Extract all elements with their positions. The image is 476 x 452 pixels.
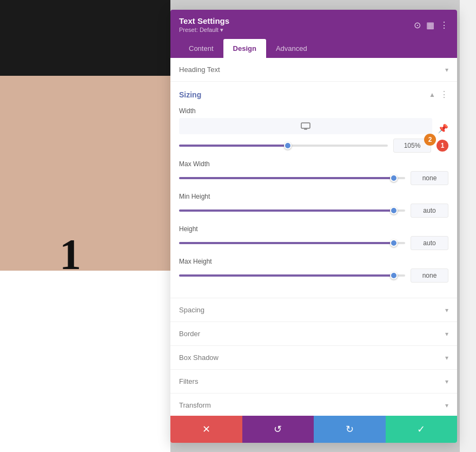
tab-advanced[interactable]: Advanced: [266, 39, 317, 58]
panel-title: Text Settings: [179, 16, 229, 25]
max-width-slider-track: [179, 177, 405, 179]
panel-preset: Preset: Default ▾: [179, 27, 229, 34]
settings-panel: Text Settings Preset: Default ▾ ⊙ ▦ ⋮ Co…: [170, 10, 457, 443]
width-value[interactable]: 105% 2: [393, 139, 431, 153]
min-height-slider-thumb[interactable]: [390, 207, 398, 214]
min-height-slider-fill: [179, 209, 394, 212]
sizing-collapse-icon[interactable]: ▲: [429, 91, 435, 99]
tan-area: [0, 76, 170, 271]
max-height-slider-row: none: [179, 268, 448, 283]
height-slider-wrapper: [179, 238, 405, 248]
filters-label: Filters: [179, 377, 198, 385]
border-label: Border: [179, 330, 200, 338]
width-device-row: 📌: [179, 118, 448, 139]
max-width-slider-wrapper: [179, 173, 405, 184]
min-height-value[interactable]: auto: [411, 204, 448, 218]
max-height-slider-fill: [179, 274, 394, 277]
spacing-chevron-icon: ▾: [445, 306, 448, 314]
svg-rect-1: [304, 129, 307, 130]
max-width-value[interactable]: none: [411, 171, 448, 185]
max-height-slider-thumb[interactable]: [390, 272, 398, 279]
redo-icon: ↻: [346, 423, 354, 435]
settings-icon[interactable]: ⊙: [414, 20, 421, 30]
save-icon: ✓: [417, 423, 425, 435]
border-section[interactable]: Border ▾: [170, 322, 457, 346]
undo-button[interactable]: ↺: [242, 416, 314, 443]
redo-button[interactable]: ↻: [314, 416, 386, 443]
box-shadow-label: Box Shadow: [179, 353, 219, 362]
heading-text-section[interactable]: Heading Text ▾: [170, 58, 457, 82]
box-shadow-section[interactable]: Box Shadow ▾: [170, 346, 457, 370]
height-slider-thumb[interactable]: [390, 239, 398, 247]
width-slider-wrapper: [179, 140, 388, 151]
width-slider-track: [179, 145, 388, 147]
tabs-bar: Content Design Advanced: [170, 39, 457, 58]
filters-section[interactable]: Filters ▾: [170, 370, 457, 394]
height-field: Height auto: [179, 225, 448, 250]
desktop-icon: [301, 122, 310, 130]
transform-chevron-icon: ▾: [445, 402, 448, 409]
save-button[interactable]: ✓: [386, 416, 458, 443]
undo-icon: ↺: [274, 423, 282, 435]
transform-label: Transform: [179, 401, 211, 409]
pin-icon[interactable]: 📌: [438, 123, 448, 134]
spacing-section[interactable]: Spacing ▾: [170, 298, 457, 322]
min-height-value-text: auto: [423, 207, 435, 214]
max-height-field: Max Height none: [179, 258, 448, 283]
max-height-slider-wrapper: [179, 270, 405, 281]
width-label: Width: [179, 107, 448, 115]
max-height-label: Max Height: [179, 258, 448, 265]
panel-header: Text Settings Preset: Default ▾ ⊙ ▦ ⋮: [170, 10, 457, 39]
cancel-icon: ✕: [202, 423, 210, 435]
panel-footer: ✕ ↺ ↻ ✓: [170, 416, 457, 443]
height-value-text: auto: [423, 239, 435, 247]
panel-header-icons: ⊙ ▦ ⋮: [414, 20, 448, 30]
max-width-slider-row: none: [179, 171, 448, 185]
min-height-field: Min Height auto: [179, 193, 448, 218]
dark-area: [0, 0, 170, 76]
layout-icon[interactable]: ▦: [426, 20, 434, 30]
height-slider-fill: [179, 242, 394, 244]
svg-rect-0: [301, 123, 310, 128]
device-selector: [179, 118, 432, 134]
height-slider-track: [179, 242, 405, 244]
box-shadow-chevron-icon: ▾: [445, 354, 448, 362]
max-height-value-text: none: [422, 272, 437, 279]
max-height-slider-track: [179, 274, 405, 277]
panel-body: Heading Text ▾ Sizing ▲ ⋮ Width: [170, 58, 457, 416]
width-slider-fill: [179, 145, 288, 147]
transform-section[interactable]: Transform ▾: [170, 394, 457, 416]
right-background: [460, 0, 476, 452]
min-height-slider-wrapper: [179, 205, 405, 216]
sizing-title-icons: ▲ ⋮: [429, 89, 448, 100]
max-width-field: Max Width none: [179, 160, 448, 185]
width-slider-row: 105% 2 1: [179, 139, 448, 153]
spacing-label: Spacing: [179, 306, 204, 314]
border-chevron-icon: ▾: [445, 330, 448, 338]
tab-content[interactable]: Content: [179, 39, 223, 58]
width-value-text: 105%: [404, 142, 421, 149]
max-height-value[interactable]: none: [411, 268, 448, 283]
width-slider-thumb[interactable]: [284, 142, 292, 149]
tab-design[interactable]: Design: [223, 39, 266, 58]
min-height-slider-track: [179, 209, 405, 212]
sizing-section: Sizing ▲ ⋮ Width: [170, 82, 457, 298]
height-value[interactable]: auto: [411, 236, 448, 250]
cancel-button[interactable]: ✕: [170, 416, 242, 443]
desktop-device-btn[interactable]: [179, 118, 432, 134]
max-width-slider-thumb[interactable]: [390, 174, 398, 182]
sizing-title: Sizing: [179, 90, 201, 99]
sizing-more-icon[interactable]: ⋮: [440, 89, 448, 100]
panel-title-group: Text Settings Preset: Default ▾: [179, 16, 229, 34]
heading-chevron-icon: ▾: [445, 66, 448, 74]
width-field: Width 📌: [179, 107, 448, 153]
max-width-value-text: none: [422, 174, 437, 182]
decorative-number: 1: [60, 230, 81, 279]
max-width-label: Max Width: [179, 160, 448, 168]
min-height-slider-row: auto: [179, 204, 448, 218]
badge-1: 1: [437, 140, 448, 152]
height-label: Height: [179, 225, 448, 233]
filters-chevron-icon: ▾: [445, 378, 448, 385]
max-width-slider-fill: [179, 177, 394, 179]
more-options-icon[interactable]: ⋮: [440, 20, 448, 30]
